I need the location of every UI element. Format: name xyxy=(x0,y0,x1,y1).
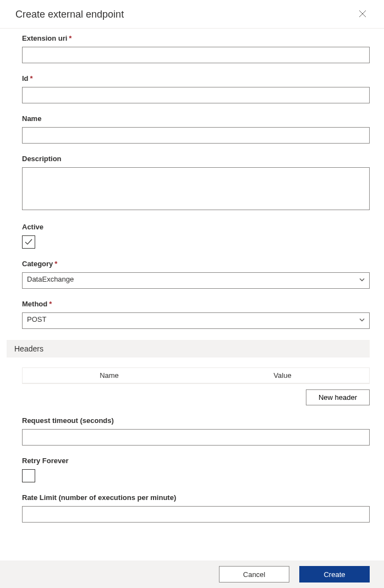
category-label: Category* xyxy=(22,260,370,268)
name-label: Name xyxy=(22,114,370,123)
new-header-button[interactable]: New header xyxy=(306,389,370,405)
headers-col-value: Value xyxy=(196,371,369,380)
close-icon[interactable] xyxy=(356,8,369,21)
headers-table: Name Value xyxy=(22,367,370,384)
headers-section-title: Headers xyxy=(7,340,370,358)
extension-uri-input[interactable] xyxy=(22,47,370,63)
required-marker: * xyxy=(30,74,33,83)
id-input[interactable] xyxy=(22,87,370,103)
retry-forever-checkbox[interactable] xyxy=(22,469,35,482)
request-timeout-label: Request timeout (seconds) xyxy=(22,416,370,425)
category-select[interactable]: DataExchange xyxy=(22,272,370,289)
checkmark-icon xyxy=(24,238,33,246)
id-label: Id* xyxy=(22,74,370,83)
method-select[interactable]: POST xyxy=(22,312,370,329)
rate-limit-label: Rate Limit (number of executions per min… xyxy=(22,493,370,502)
name-input[interactable] xyxy=(22,127,370,144)
description-label: Description xyxy=(22,155,370,163)
required-marker: * xyxy=(54,260,57,268)
description-input[interactable] xyxy=(22,167,370,210)
request-timeout-input[interactable] xyxy=(22,429,370,446)
active-label: Active xyxy=(22,223,370,231)
required-marker: * xyxy=(49,300,52,308)
create-button[interactable]: Create xyxy=(299,566,370,582)
method-label: Method* xyxy=(22,300,370,308)
headers-col-name: Name xyxy=(23,371,196,380)
method-label-text: Method xyxy=(22,300,47,308)
retry-forever-label: Retry Forever xyxy=(22,457,370,465)
dialog-title: Create external endpoint xyxy=(15,9,124,20)
extension-uri-label-text: Extension uri xyxy=(22,34,67,42)
rate-limit-input[interactable] xyxy=(22,506,370,523)
active-checkbox[interactable] xyxy=(22,235,35,249)
cancel-button[interactable]: Cancel xyxy=(219,566,289,582)
id-label-text: Id xyxy=(22,74,29,83)
extension-uri-label: Extension uri* xyxy=(22,34,370,42)
required-marker: * xyxy=(69,34,72,42)
category-label-text: Category xyxy=(22,260,53,268)
